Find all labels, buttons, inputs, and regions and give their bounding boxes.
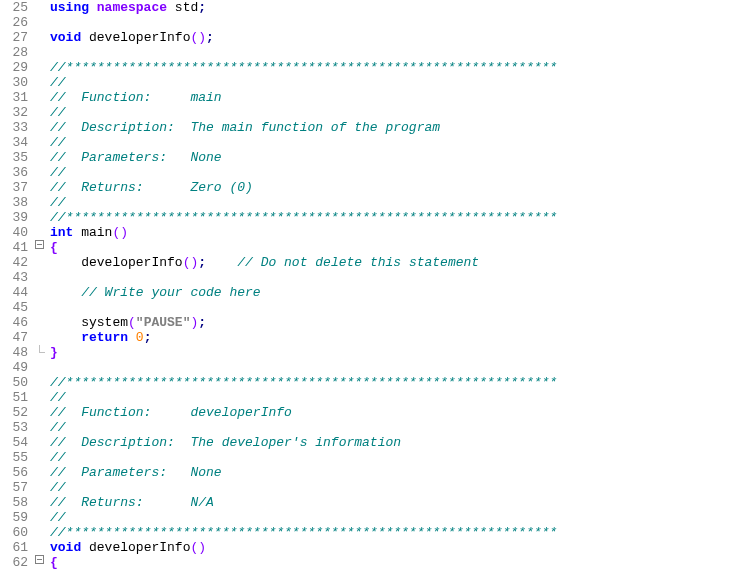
token-brace: { bbox=[50, 240, 58, 255]
code-line[interactable]: 30// bbox=[0, 75, 752, 90]
code-content[interactable]: //**************************************… bbox=[46, 375, 557, 390]
line-number: 42 bbox=[0, 255, 32, 270]
code-line[interactable]: 58// Returns: N/A bbox=[0, 495, 752, 510]
code-line[interactable]: 33// Description: The main function of t… bbox=[0, 120, 752, 135]
fold-toggle-icon[interactable] bbox=[32, 555, 46, 564]
code-content[interactable]: int main() bbox=[46, 225, 128, 240]
code-line[interactable]: 41{ bbox=[0, 240, 752, 255]
token-comment: //**************************************… bbox=[50, 210, 557, 225]
code-content[interactable]: void developerInfo() bbox=[46, 540, 206, 555]
line-number: 59 bbox=[0, 510, 32, 525]
code-content[interactable]: // Description: The developer's informat… bbox=[46, 435, 401, 450]
code-content[interactable]: // bbox=[46, 75, 66, 90]
code-content[interactable]: // Returns: N/A bbox=[46, 495, 214, 510]
code-line[interactable]: 31// Function: main bbox=[0, 90, 752, 105]
line-number: 60 bbox=[0, 525, 32, 540]
code-line[interactable]: 34// bbox=[0, 135, 752, 150]
code-content[interactable]: { bbox=[46, 555, 58, 570]
code-content[interactable]: system("PAUSE"); bbox=[46, 315, 206, 330]
code-content[interactable]: // Returns: Zero (0) bbox=[46, 180, 253, 195]
code-content[interactable]: //**************************************… bbox=[46, 210, 557, 225]
code-line[interactable]: 39//************************************… bbox=[0, 210, 752, 225]
token-punc: ; bbox=[198, 255, 206, 270]
line-number: 54 bbox=[0, 435, 32, 450]
code-content[interactable]: } bbox=[46, 345, 58, 360]
code-line[interactable]: 27void developerInfo(); bbox=[0, 30, 752, 45]
code-content[interactable]: // Description: The main function of the… bbox=[46, 120, 440, 135]
line-number: 39 bbox=[0, 210, 32, 225]
code-line[interactable]: 35// Parameters: None bbox=[0, 150, 752, 165]
code-content[interactable]: // bbox=[46, 105, 66, 120]
code-content[interactable]: // bbox=[46, 480, 66, 495]
code-content[interactable]: // Parameters: None bbox=[46, 150, 222, 165]
code-line[interactable]: 48} bbox=[0, 345, 752, 360]
code-content[interactable]: { bbox=[46, 240, 58, 255]
token-ident bbox=[206, 255, 237, 270]
line-number: 52 bbox=[0, 405, 32, 420]
line-number: 56 bbox=[0, 465, 32, 480]
fold-toggle-icon[interactable] bbox=[32, 240, 46, 249]
code-line[interactable]: 62{ bbox=[0, 555, 752, 570]
code-line[interactable]: 44 // Write your code here bbox=[0, 285, 752, 300]
token-ident bbox=[128, 330, 136, 345]
line-number: 30 bbox=[0, 75, 32, 90]
code-line[interactable]: 57// bbox=[0, 480, 752, 495]
code-line[interactable]: 60//************************************… bbox=[0, 525, 752, 540]
line-number: 29 bbox=[0, 60, 32, 75]
code-content[interactable]: //**************************************… bbox=[46, 60, 557, 75]
code-content[interactable]: void developerInfo(); bbox=[46, 30, 214, 45]
code-content[interactable]: // Function: developerInfo bbox=[46, 405, 292, 420]
code-content[interactable]: developerInfo(); // Do not delete this s… bbox=[46, 255, 479, 270]
code-line[interactable]: 26 bbox=[0, 15, 752, 30]
code-line[interactable]: 53// bbox=[0, 420, 752, 435]
code-line[interactable]: 45 bbox=[0, 300, 752, 315]
code-editor[interactable]: 25using namespace std;2627void developer… bbox=[0, 0, 752, 570]
code-content[interactable]: // Function: main bbox=[46, 90, 222, 105]
code-content[interactable]: // bbox=[46, 390, 66, 405]
code-line[interactable]: 37// Returns: Zero (0) bbox=[0, 180, 752, 195]
code-line[interactable]: 61void developerInfo() bbox=[0, 540, 752, 555]
code-content[interactable]: // bbox=[46, 135, 66, 150]
code-line[interactable]: 49 bbox=[0, 360, 752, 375]
code-line[interactable]: 54// Description: The developer's inform… bbox=[0, 435, 752, 450]
line-number: 37 bbox=[0, 180, 32, 195]
line-number: 49 bbox=[0, 360, 32, 375]
code-content[interactable]: // bbox=[46, 165, 66, 180]
code-line[interactable]: 36// bbox=[0, 165, 752, 180]
token-comment: //**************************************… bbox=[50, 525, 557, 540]
code-line[interactable]: 40int main() bbox=[0, 225, 752, 240]
code-line[interactable]: 28 bbox=[0, 45, 752, 60]
token-paren: () bbox=[183, 255, 199, 270]
code-content[interactable]: // bbox=[46, 450, 66, 465]
code-line[interactable]: 56// Parameters: None bbox=[0, 465, 752, 480]
code-line[interactable]: 43 bbox=[0, 270, 752, 285]
code-content[interactable]: // bbox=[46, 420, 66, 435]
line-number: 48 bbox=[0, 345, 32, 360]
code-line[interactable]: 55// bbox=[0, 450, 752, 465]
code-line[interactable]: 51// bbox=[0, 390, 752, 405]
token-kw: int bbox=[50, 225, 73, 240]
token-paren: () bbox=[190, 540, 206, 555]
code-line[interactable]: 59// bbox=[0, 510, 752, 525]
token-comment: // bbox=[50, 390, 66, 405]
code-content[interactable]: // bbox=[46, 195, 66, 210]
code-content[interactable]: // Parameters: None bbox=[46, 465, 222, 480]
code-line[interactable]: 38// bbox=[0, 195, 752, 210]
line-number: 40 bbox=[0, 225, 32, 240]
code-content[interactable]: return 0; bbox=[46, 330, 151, 345]
code-line[interactable]: 29//************************************… bbox=[0, 60, 752, 75]
token-ident: std bbox=[167, 0, 198, 15]
token-punc: ; bbox=[198, 0, 206, 15]
code-line[interactable]: 25using namespace std; bbox=[0, 0, 752, 15]
code-content[interactable]: using namespace std; bbox=[46, 0, 206, 15]
code-content[interactable]: // Write your code here bbox=[46, 285, 261, 300]
code-line[interactable]: 46 system("PAUSE"); bbox=[0, 315, 752, 330]
code-line[interactable]: 32// bbox=[0, 105, 752, 120]
code-content[interactable]: // bbox=[46, 510, 66, 525]
code-line[interactable]: 50//************************************… bbox=[0, 375, 752, 390]
code-line[interactable]: 47 return 0; bbox=[0, 330, 752, 345]
token-str: "PAUSE" bbox=[136, 315, 191, 330]
code-line[interactable]: 52// Function: developerInfo bbox=[0, 405, 752, 420]
code-content[interactable]: //**************************************… bbox=[46, 525, 557, 540]
code-line[interactable]: 42 developerInfo(); // Do not delete thi… bbox=[0, 255, 752, 270]
